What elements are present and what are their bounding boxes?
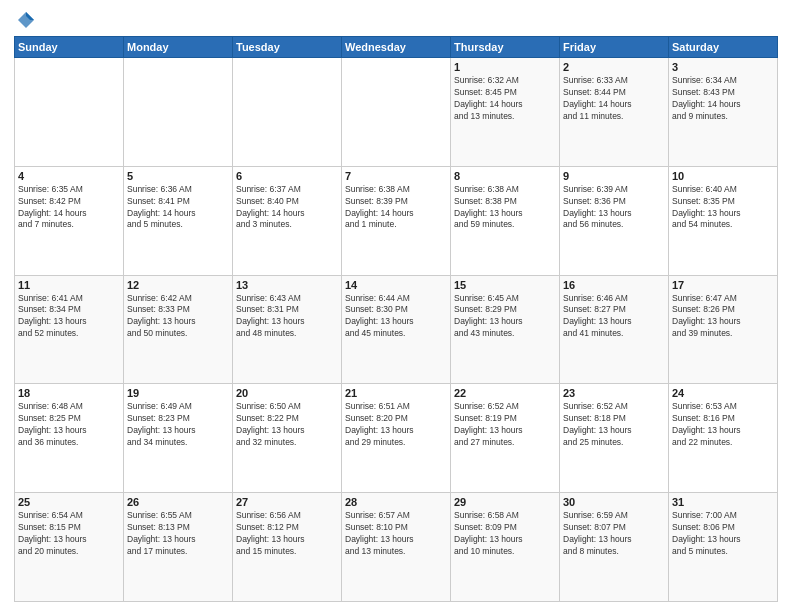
calendar-header-row: SundayMondayTuesdayWednesdayThursdayFrid…	[15, 37, 778, 58]
calendar: SundayMondayTuesdayWednesdayThursdayFrid…	[14, 36, 778, 602]
calendar-cell: 31Sunrise: 7:00 AM Sunset: 8:06 PM Dayli…	[669, 493, 778, 602]
day-number: 2	[563, 61, 665, 73]
calendar-week-4: 25Sunrise: 6:54 AM Sunset: 8:15 PM Dayli…	[15, 493, 778, 602]
calendar-cell: 4Sunrise: 6:35 AM Sunset: 8:42 PM Daylig…	[15, 166, 124, 275]
day-number: 4	[18, 170, 120, 182]
header	[14, 10, 778, 30]
day-info: Sunrise: 6:47 AM Sunset: 8:26 PM Dayligh…	[672, 293, 774, 341]
calendar-cell: 3Sunrise: 6:34 AM Sunset: 8:43 PM Daylig…	[669, 58, 778, 167]
day-info: Sunrise: 6:53 AM Sunset: 8:16 PM Dayligh…	[672, 401, 774, 449]
day-number: 27	[236, 496, 338, 508]
calendar-header-wednesday: Wednesday	[342, 37, 451, 58]
day-info: Sunrise: 6:52 AM Sunset: 8:19 PM Dayligh…	[454, 401, 556, 449]
calendar-week-1: 4Sunrise: 6:35 AM Sunset: 8:42 PM Daylig…	[15, 166, 778, 275]
day-number: 31	[672, 496, 774, 508]
calendar-cell: 30Sunrise: 6:59 AM Sunset: 8:07 PM Dayli…	[560, 493, 669, 602]
day-info: Sunrise: 6:52 AM Sunset: 8:18 PM Dayligh…	[563, 401, 665, 449]
day-number: 24	[672, 387, 774, 399]
day-info: Sunrise: 6:40 AM Sunset: 8:35 PM Dayligh…	[672, 184, 774, 232]
day-info: Sunrise: 6:58 AM Sunset: 8:09 PM Dayligh…	[454, 510, 556, 558]
calendar-header-sunday: Sunday	[15, 37, 124, 58]
day-number: 5	[127, 170, 229, 182]
calendar-cell: 27Sunrise: 6:56 AM Sunset: 8:12 PM Dayli…	[233, 493, 342, 602]
day-number: 19	[127, 387, 229, 399]
calendar-cell: 8Sunrise: 6:38 AM Sunset: 8:38 PM Daylig…	[451, 166, 560, 275]
day-info: Sunrise: 6:42 AM Sunset: 8:33 PM Dayligh…	[127, 293, 229, 341]
calendar-week-0: 1Sunrise: 6:32 AM Sunset: 8:45 PM Daylig…	[15, 58, 778, 167]
day-info: Sunrise: 6:50 AM Sunset: 8:22 PM Dayligh…	[236, 401, 338, 449]
day-info: Sunrise: 6:56 AM Sunset: 8:12 PM Dayligh…	[236, 510, 338, 558]
calendar-cell: 1Sunrise: 6:32 AM Sunset: 8:45 PM Daylig…	[451, 58, 560, 167]
day-info: Sunrise: 6:41 AM Sunset: 8:34 PM Dayligh…	[18, 293, 120, 341]
calendar-cell: 21Sunrise: 6:51 AM Sunset: 8:20 PM Dayli…	[342, 384, 451, 493]
day-info: Sunrise: 6:46 AM Sunset: 8:27 PM Dayligh…	[563, 293, 665, 341]
calendar-cell: 16Sunrise: 6:46 AM Sunset: 8:27 PM Dayli…	[560, 275, 669, 384]
calendar-cell: 13Sunrise: 6:43 AM Sunset: 8:31 PM Dayli…	[233, 275, 342, 384]
calendar-cell	[124, 58, 233, 167]
day-info: Sunrise: 6:55 AM Sunset: 8:13 PM Dayligh…	[127, 510, 229, 558]
day-number: 12	[127, 279, 229, 291]
day-number: 9	[563, 170, 665, 182]
calendar-cell: 29Sunrise: 6:58 AM Sunset: 8:09 PM Dayli…	[451, 493, 560, 602]
day-info: Sunrise: 6:32 AM Sunset: 8:45 PM Dayligh…	[454, 75, 556, 123]
day-number: 6	[236, 170, 338, 182]
day-number: 26	[127, 496, 229, 508]
day-number: 16	[563, 279, 665, 291]
calendar-cell: 28Sunrise: 6:57 AM Sunset: 8:10 PM Dayli…	[342, 493, 451, 602]
calendar-cell: 22Sunrise: 6:52 AM Sunset: 8:19 PM Dayli…	[451, 384, 560, 493]
calendar-header-monday: Monday	[124, 37, 233, 58]
day-number: 23	[563, 387, 665, 399]
calendar-cell: 9Sunrise: 6:39 AM Sunset: 8:36 PM Daylig…	[560, 166, 669, 275]
calendar-header-tuesday: Tuesday	[233, 37, 342, 58]
calendar-cell: 14Sunrise: 6:44 AM Sunset: 8:30 PM Dayli…	[342, 275, 451, 384]
day-info: Sunrise: 6:57 AM Sunset: 8:10 PM Dayligh…	[345, 510, 447, 558]
day-number: 11	[18, 279, 120, 291]
day-info: Sunrise: 6:36 AM Sunset: 8:41 PM Dayligh…	[127, 184, 229, 232]
calendar-cell: 7Sunrise: 6:38 AM Sunset: 8:39 PM Daylig…	[342, 166, 451, 275]
day-number: 29	[454, 496, 556, 508]
day-number: 30	[563, 496, 665, 508]
day-info: Sunrise: 7:00 AM Sunset: 8:06 PM Dayligh…	[672, 510, 774, 558]
day-info: Sunrise: 6:54 AM Sunset: 8:15 PM Dayligh…	[18, 510, 120, 558]
day-number: 20	[236, 387, 338, 399]
calendar-cell: 18Sunrise: 6:48 AM Sunset: 8:25 PM Dayli…	[15, 384, 124, 493]
calendar-week-3: 18Sunrise: 6:48 AM Sunset: 8:25 PM Dayli…	[15, 384, 778, 493]
calendar-cell	[342, 58, 451, 167]
day-number: 28	[345, 496, 447, 508]
day-info: Sunrise: 6:34 AM Sunset: 8:43 PM Dayligh…	[672, 75, 774, 123]
day-info: Sunrise: 6:43 AM Sunset: 8:31 PM Dayligh…	[236, 293, 338, 341]
calendar-week-2: 11Sunrise: 6:41 AM Sunset: 8:34 PM Dayli…	[15, 275, 778, 384]
calendar-header-friday: Friday	[560, 37, 669, 58]
day-number: 15	[454, 279, 556, 291]
day-number: 17	[672, 279, 774, 291]
day-info: Sunrise: 6:48 AM Sunset: 8:25 PM Dayligh…	[18, 401, 120, 449]
logo	[14, 10, 36, 30]
day-info: Sunrise: 6:38 AM Sunset: 8:39 PM Dayligh…	[345, 184, 447, 232]
calendar-cell: 10Sunrise: 6:40 AM Sunset: 8:35 PM Dayli…	[669, 166, 778, 275]
calendar-cell	[233, 58, 342, 167]
day-info: Sunrise: 6:45 AM Sunset: 8:29 PM Dayligh…	[454, 293, 556, 341]
calendar-cell: 23Sunrise: 6:52 AM Sunset: 8:18 PM Dayli…	[560, 384, 669, 493]
day-number: 7	[345, 170, 447, 182]
day-number: 8	[454, 170, 556, 182]
day-number: 22	[454, 387, 556, 399]
day-info: Sunrise: 6:37 AM Sunset: 8:40 PM Dayligh…	[236, 184, 338, 232]
day-info: Sunrise: 6:33 AM Sunset: 8:44 PM Dayligh…	[563, 75, 665, 123]
logo-icon	[16, 10, 36, 30]
calendar-cell: 26Sunrise: 6:55 AM Sunset: 8:13 PM Dayli…	[124, 493, 233, 602]
day-number: 1	[454, 61, 556, 73]
day-number: 18	[18, 387, 120, 399]
day-number: 25	[18, 496, 120, 508]
calendar-cell	[15, 58, 124, 167]
day-number: 21	[345, 387, 447, 399]
calendar-cell: 25Sunrise: 6:54 AM Sunset: 8:15 PM Dayli…	[15, 493, 124, 602]
calendar-cell: 24Sunrise: 6:53 AM Sunset: 8:16 PM Dayli…	[669, 384, 778, 493]
day-number: 3	[672, 61, 774, 73]
calendar-cell: 2Sunrise: 6:33 AM Sunset: 8:44 PM Daylig…	[560, 58, 669, 167]
calendar-cell: 12Sunrise: 6:42 AM Sunset: 8:33 PM Dayli…	[124, 275, 233, 384]
day-info: Sunrise: 6:38 AM Sunset: 8:38 PM Dayligh…	[454, 184, 556, 232]
calendar-header-saturday: Saturday	[669, 37, 778, 58]
day-info: Sunrise: 6:35 AM Sunset: 8:42 PM Dayligh…	[18, 184, 120, 232]
calendar-cell: 19Sunrise: 6:49 AM Sunset: 8:23 PM Dayli…	[124, 384, 233, 493]
calendar-cell: 5Sunrise: 6:36 AM Sunset: 8:41 PM Daylig…	[124, 166, 233, 275]
